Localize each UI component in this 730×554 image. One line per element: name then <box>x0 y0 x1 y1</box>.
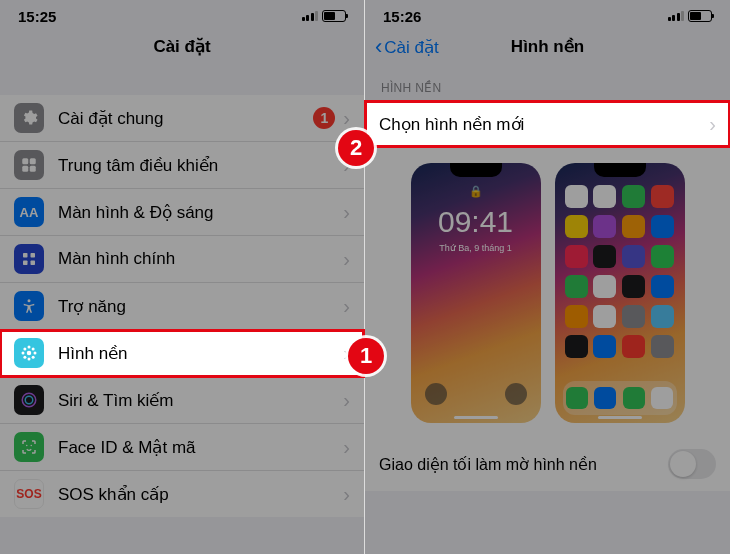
row-wallpaper[interactable]: Hình nền › <box>0 330 364 377</box>
status-bar: 15:25 <box>0 0 364 28</box>
svg-point-14 <box>23 347 26 350</box>
chevron-right-icon: › <box>343 201 350 224</box>
control-center-icon <box>14 150 44 180</box>
home-screen-icon <box>14 244 44 274</box>
chevron-right-icon: › <box>343 248 350 271</box>
chevron-left-icon: ‹ <box>375 36 382 58</box>
svg-rect-4 <box>23 253 28 258</box>
chevron-right-icon: › <box>343 436 350 459</box>
dark-dim-toggle[interactable] <box>668 449 716 479</box>
nav-header: Cài đặt <box>0 28 364 67</box>
display-icon: AA <box>14 197 44 227</box>
svg-rect-5 <box>31 253 36 258</box>
homescreen-preview[interactable] <box>555 163 685 423</box>
row-label: Trợ năng <box>58 296 343 317</box>
svg-point-20 <box>26 445 28 447</box>
svg-point-19 <box>25 396 33 404</box>
chevron-right-icon: › <box>343 389 350 412</box>
row-sos[interactable]: SOS SOS khẩn cấp › <box>0 471 364 517</box>
row-choose-wallpaper[interactable]: Chọn hình nền mới › <box>365 101 730 147</box>
camera-icon <box>505 383 527 405</box>
siri-icon <box>14 385 44 415</box>
svg-point-17 <box>32 356 35 359</box>
page-title: Cài đặt <box>16 36 348 57</box>
battery-icon <box>322 10 346 22</box>
row-control-center[interactable]: Trung tâm điều khiển › <box>0 142 364 189</box>
chevron-right-icon: › <box>343 483 350 506</box>
row-label: Siri & Tìm kiếm <box>58 390 343 411</box>
settings-screen: 15:25 Cài đặt Cài đặt chung 1 › Trung tâ… <box>0 0 365 554</box>
accessibility-icon <box>14 291 44 321</box>
wallpaper-preview: 🔒 09:41 Thứ Ba, 9 tháng 1 <box>365 147 730 437</box>
preview-clock: 09:41 <box>411 205 541 239</box>
cellular-signal-icon <box>668 11 685 21</box>
wallpaper-list: Chọn hình nền mới › <box>365 101 730 147</box>
sos-icon: SOS <box>14 479 44 509</box>
row-label: Cài đặt chung <box>58 108 313 129</box>
cellular-signal-icon <box>302 11 319 21</box>
wallpaper-icon <box>14 338 44 368</box>
row-home-screen[interactable]: Màn hình chính › <box>0 236 364 283</box>
svg-point-18 <box>22 393 36 407</box>
status-icons <box>668 10 713 22</box>
lock-icon: 🔒 <box>469 185 483 198</box>
status-bar: 15:26 <box>365 0 730 28</box>
settings-list: Cài đặt chung 1 › Trung tâm điều khiển ›… <box>0 95 364 517</box>
row-general[interactable]: Cài đặt chung 1 › <box>0 95 364 142</box>
svg-rect-7 <box>31 261 36 266</box>
chevron-right-icon: › <box>709 113 716 136</box>
svg-point-15 <box>32 347 35 350</box>
svg-point-16 <box>23 356 26 359</box>
svg-rect-0 <box>22 158 28 164</box>
svg-point-21 <box>31 445 33 447</box>
status-time: 15:25 <box>18 8 56 25</box>
row-accessibility[interactable]: Trợ năng › <box>0 283 364 330</box>
svg-rect-3 <box>30 166 36 172</box>
flashlight-icon <box>425 383 447 405</box>
row-label: Chọn hình nền mới <box>379 110 709 139</box>
back-label: Cài đặt <box>384 37 438 58</box>
toggle-label: Giao diện tối làm mờ hình nền <box>379 455 597 474</box>
faceid-icon <box>14 432 44 462</box>
svg-rect-6 <box>23 261 28 266</box>
notification-badge: 1 <box>313 107 335 129</box>
back-button[interactable]: ‹ Cài đặt <box>375 36 439 58</box>
nav-header: ‹ Cài đặt Hình nền <box>365 28 730 67</box>
status-icons <box>302 10 347 22</box>
row-label: Màn hình chính <box>58 249 343 269</box>
chevron-right-icon: › <box>343 107 350 130</box>
svg-point-12 <box>22 352 25 355</box>
row-label: Face ID & Mật mã <box>58 437 343 458</box>
chevron-right-icon: › <box>343 295 350 318</box>
status-time: 15:26 <box>383 8 421 25</box>
svg-point-10 <box>28 346 31 349</box>
svg-point-13 <box>34 352 37 355</box>
svg-rect-1 <box>30 158 36 164</box>
gear-icon <box>14 103 44 133</box>
row-label: Trung tâm điều khiển <box>58 155 343 176</box>
row-dark-dim: Giao diện tối làm mờ hình nền <box>365 437 730 491</box>
svg-point-11 <box>28 358 31 361</box>
svg-rect-2 <box>22 166 28 172</box>
lockscreen-preview[interactable]: 🔒 09:41 Thứ Ba, 9 tháng 1 <box>411 163 541 423</box>
svg-point-8 <box>28 299 31 302</box>
row-display[interactable]: AA Màn hình & Độ sáng › <box>0 189 364 236</box>
svg-point-9 <box>27 351 32 356</box>
annotation-step-1: 1 <box>348 338 384 374</box>
row-label: Màn hình & Độ sáng <box>58 202 343 223</box>
row-siri[interactable]: Siri & Tìm kiếm › <box>0 377 364 424</box>
annotation-step-2: 2 <box>338 130 374 166</box>
row-label: Hình nền <box>58 343 343 364</box>
row-label: SOS khẩn cấp <box>58 484 343 505</box>
section-header: HÌNH NỀN <box>365 67 730 101</box>
battery-icon <box>688 10 712 22</box>
preview-date: Thứ Ba, 9 tháng 1 <box>411 243 541 253</box>
row-faceid[interactable]: Face ID & Mật mã › <box>0 424 364 471</box>
dock <box>563 381 677 415</box>
wallpaper-screen: 15:26 ‹ Cài đặt Hình nền HÌNH NỀN Chọn h… <box>365 0 730 554</box>
